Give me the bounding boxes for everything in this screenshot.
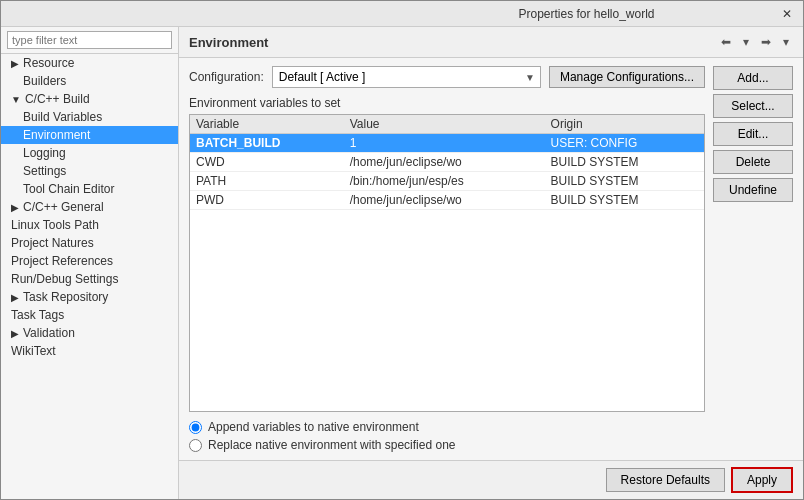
cell-variable: PATH: [190, 172, 344, 191]
cell-variable: CWD: [190, 153, 344, 172]
radio-append-label: Append variables to native environment: [208, 420, 419, 434]
config-select[interactable]: Default [ Active ]: [272, 66, 541, 88]
col-variable: Variable: [190, 115, 344, 134]
sidebar-item-label: Logging: [23, 146, 66, 160]
panel-header: Environment ⬅ ▾ ➡ ▾: [179, 27, 803, 58]
sidebar-item-label: Run/Debug Settings: [11, 272, 118, 286]
sidebar-item-label: Project Natures: [11, 236, 94, 250]
tree-items: ▶ Resource Builders ▼ C/C++ Build Build …: [1, 54, 178, 499]
col-origin: Origin: [545, 115, 704, 134]
undefine-button[interactable]: Undefine: [713, 178, 793, 202]
env-table: Variable Value Origin BATCH_BUILD1USER: …: [190, 115, 704, 210]
sidebar-item-label: Build Variables: [23, 110, 102, 124]
radio-replace[interactable]: Replace native environment with specifie…: [189, 438, 705, 452]
header-icons: ⬅ ▾ ➡ ▾: [717, 33, 793, 51]
apply-button[interactable]: Apply: [731, 467, 793, 493]
radio-replace-input[interactable]: [189, 439, 202, 452]
config-label: Configuration:: [189, 70, 264, 84]
env-section-label: Environment variables to set: [189, 96, 705, 110]
delete-button[interactable]: Delete: [713, 150, 793, 174]
sidebar-item-label: Tool Chain Editor: [23, 182, 114, 196]
cell-value: /home/jun/eclipse/wo: [344, 191, 545, 210]
sidebar-item-project-natures[interactable]: Project Natures: [1, 234, 178, 252]
main-content: ▶ Resource Builders ▼ C/C++ Build Build …: [1, 27, 803, 499]
restore-defaults-button[interactable]: Restore Defaults: [606, 468, 725, 492]
expand-icon: ▶: [11, 292, 19, 303]
config-select-wrapper: Default [ Active ] ▼: [272, 66, 541, 88]
cell-origin: BUILD SYSTEM: [545, 172, 704, 191]
sidebar-item-validation[interactable]: ▶ Validation: [1, 324, 178, 342]
sidebar-item-label: Settings: [23, 164, 66, 178]
properties-window: Properties for hello_world ✕ ▶ Resource …: [0, 0, 804, 500]
nav-forward-button[interactable]: ➡: [757, 33, 775, 51]
sidebar-item-cpp-general[interactable]: ▶ C/C++ General: [1, 198, 178, 216]
table-row[interactable]: PATH/bin:/home/jun/esp/esBUILD SYSTEM: [190, 172, 704, 191]
sidebar-item-label: Task Tags: [11, 308, 64, 322]
close-button[interactable]: ✕: [779, 6, 795, 22]
sidebar-item-environment[interactable]: Environment: [1, 126, 178, 144]
sidebar-item-settings[interactable]: Settings: [1, 162, 178, 180]
edit-button[interactable]: Edit...: [713, 122, 793, 146]
sidebar-item-build-variables[interactable]: Build Variables: [1, 108, 178, 126]
radio-append-input[interactable]: [189, 421, 202, 434]
sidebar-item-wikitext[interactable]: WikiText: [1, 342, 178, 360]
nav-back-dropdown[interactable]: ▾: [739, 33, 753, 51]
sidebar-item-label: C/C++ General: [23, 200, 104, 214]
sidebar-item-label: C/C++ Build: [25, 92, 90, 106]
sidebar-item-tool-chain-editor[interactable]: Tool Chain Editor: [1, 180, 178, 198]
env-table-container: Variable Value Origin BATCH_BUILD1USER: …: [189, 114, 705, 412]
config-row: Configuration: Default [ Active ] ▼ Mana…: [189, 66, 705, 88]
sidebar-item-label: Resource: [23, 56, 74, 70]
cell-value: /bin:/home/jun/esp/es: [344, 172, 545, 191]
filter-input[interactable]: [7, 31, 172, 49]
table-row[interactable]: BATCH_BUILD1USER: CONFIG: [190, 134, 704, 153]
filter-box: [1, 27, 178, 54]
sidebar-item-resource[interactable]: ▶ Resource: [1, 54, 178, 72]
col-value: Value: [344, 115, 545, 134]
cell-value: /home/jun/eclipse/wo: [344, 153, 545, 172]
sidebar-item-logging[interactable]: Logging: [1, 144, 178, 162]
table-row[interactable]: PWD/home/jun/eclipse/woBUILD SYSTEM: [190, 191, 704, 210]
manage-configurations-button[interactable]: Manage Configurations...: [549, 66, 705, 88]
nav-back-button[interactable]: ⬅: [717, 33, 735, 51]
title-bar: Properties for hello_world ✕: [1, 1, 803, 27]
sidebar-item-task-tags[interactable]: Task Tags: [1, 306, 178, 324]
sidebar-item-run-debug-settings[interactable]: Run/Debug Settings: [1, 270, 178, 288]
cell-origin: USER: CONFIG: [545, 134, 704, 153]
sidebar-item-task-repository[interactable]: ▶ Task Repository: [1, 288, 178, 306]
table-row[interactable]: CWD/home/jun/eclipse/woBUILD SYSTEM: [190, 153, 704, 172]
sidebar-item-cpp-build[interactable]: ▼ C/C++ Build: [1, 90, 178, 108]
sidebar-item-label: Project References: [11, 254, 113, 268]
sidebar-item-label: Task Repository: [23, 290, 108, 304]
nav-forward-dropdown[interactable]: ▾: [779, 33, 793, 51]
footer: Restore Defaults Apply: [179, 460, 803, 499]
action-buttons: Add... Select... Edit... Delete Undefine: [713, 66, 793, 452]
cell-origin: BUILD SYSTEM: [545, 153, 704, 172]
add-button[interactable]: Add...: [713, 66, 793, 90]
cell-value: 1: [344, 134, 545, 153]
radio-section: Append variables to native environment R…: [189, 420, 705, 452]
sidebar-item-builders[interactable]: Builders: [1, 72, 178, 90]
sidebar-item-label: Builders: [23, 74, 66, 88]
panel-body: Configuration: Default [ Active ] ▼ Mana…: [179, 58, 803, 460]
expand-icon: ▶: [11, 202, 19, 213]
cell-variable: PWD: [190, 191, 344, 210]
panel-title: Environment: [189, 35, 268, 50]
right-panel: Environment ⬅ ▾ ➡ ▾ Configuration: Defau: [179, 27, 803, 499]
sidebar-item-label: Environment: [23, 128, 90, 142]
cell-origin: BUILD SYSTEM: [545, 191, 704, 210]
sidebar-item-label: Linux Tools Path: [11, 218, 99, 232]
expand-icon: ▼: [11, 94, 21, 105]
sidebar-item-project-references[interactable]: Project References: [1, 252, 178, 270]
table-header-row: Variable Value Origin: [190, 115, 704, 134]
expand-icon: ▶: [11, 58, 19, 69]
expand-icon: ▶: [11, 328, 19, 339]
sidebar: ▶ Resource Builders ▼ C/C++ Build Build …: [1, 27, 179, 499]
select-button[interactable]: Select...: [713, 94, 793, 118]
env-section: Environment variables to set Variable Va…: [189, 96, 705, 412]
sidebar-item-label: WikiText: [11, 344, 56, 358]
left-section: Configuration: Default [ Active ] ▼ Mana…: [189, 66, 705, 452]
sidebar-item-linux-tools-path[interactable]: Linux Tools Path: [1, 216, 178, 234]
radio-append[interactable]: Append variables to native environment: [189, 420, 705, 434]
radio-replace-label: Replace native environment with specifie…: [208, 438, 455, 452]
